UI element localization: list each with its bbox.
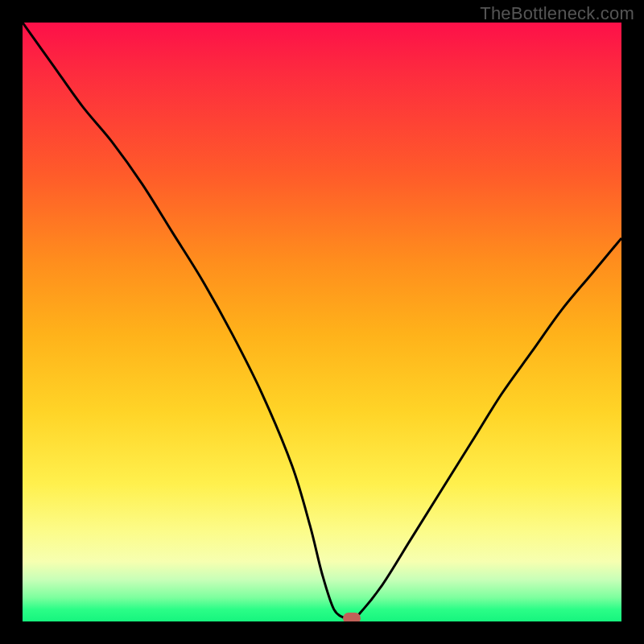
optimal-point-marker <box>343 613 361 621</box>
bottleneck-curve <box>23 23 621 621</box>
plot-area <box>23 23 621 621</box>
watermark-text: TheBottleneck.com <box>480 3 634 24</box>
chart-frame: TheBottleneck.com <box>0 0 644 644</box>
curve-line <box>23 23 621 619</box>
